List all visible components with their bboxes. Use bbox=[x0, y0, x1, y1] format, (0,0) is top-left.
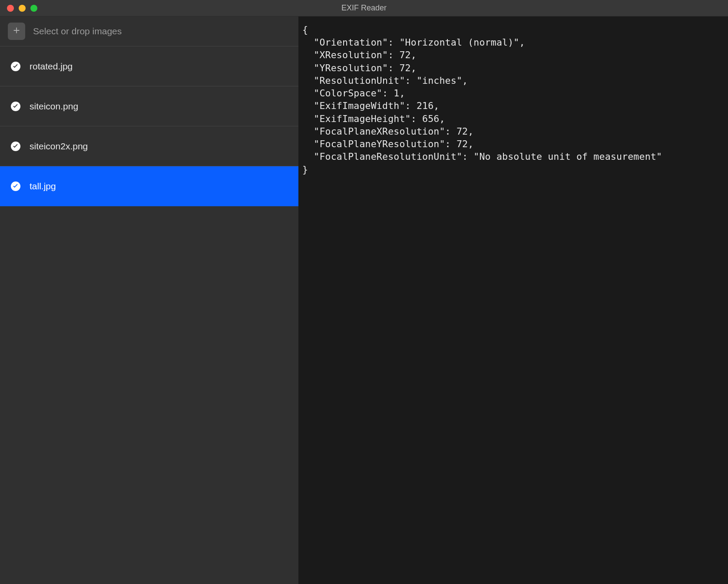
file-name-label: tall.jpg bbox=[30, 181, 56, 191]
zoom-window-button[interactable] bbox=[30, 5, 37, 12]
file-name-label: siteicon.png bbox=[30, 101, 78, 112]
exif-json-output: { "Orientation": "Horizontal (normal)", … bbox=[302, 23, 725, 176]
file-item[interactable]: tall.jpg bbox=[0, 166, 298, 206]
check-circle-icon bbox=[10, 101, 21, 112]
check-circle-icon bbox=[10, 181, 21, 191]
file-name-label: siteicon2x.png bbox=[30, 141, 88, 152]
traffic-lights bbox=[0, 5, 37, 12]
plus-icon bbox=[12, 26, 21, 37]
file-item[interactable]: siteicon2x.png bbox=[0, 126, 298, 166]
content-panel: { "Orientation": "Horizontal (normal)", … bbox=[299, 16, 728, 584]
file-name-label: rotated.jpg bbox=[30, 61, 73, 72]
check-circle-icon bbox=[10, 141, 21, 152]
sidebar: Select or drop images rotated.jpgsiteico… bbox=[0, 16, 299, 584]
close-window-button[interactable] bbox=[7, 5, 14, 12]
dropzone-label: Select or drop images bbox=[33, 26, 122, 36]
window-title: EXIF Reader bbox=[341, 3, 387, 13]
main-area: Select or drop images rotated.jpgsiteico… bbox=[0, 16, 728, 584]
check-circle-icon bbox=[10, 61, 21, 72]
minimize-window-button[interactable] bbox=[19, 5, 26, 12]
titlebar: EXIF Reader bbox=[0, 0, 728, 16]
file-list: rotated.jpgsiteicon.pngsiteicon2x.pngtal… bbox=[0, 46, 298, 206]
file-item[interactable]: rotated.jpg bbox=[0, 46, 298, 86]
add-files-button[interactable] bbox=[8, 23, 25, 40]
file-dropzone[interactable]: Select or drop images bbox=[0, 16, 298, 46]
file-item[interactable]: siteicon.png bbox=[0, 86, 298, 126]
